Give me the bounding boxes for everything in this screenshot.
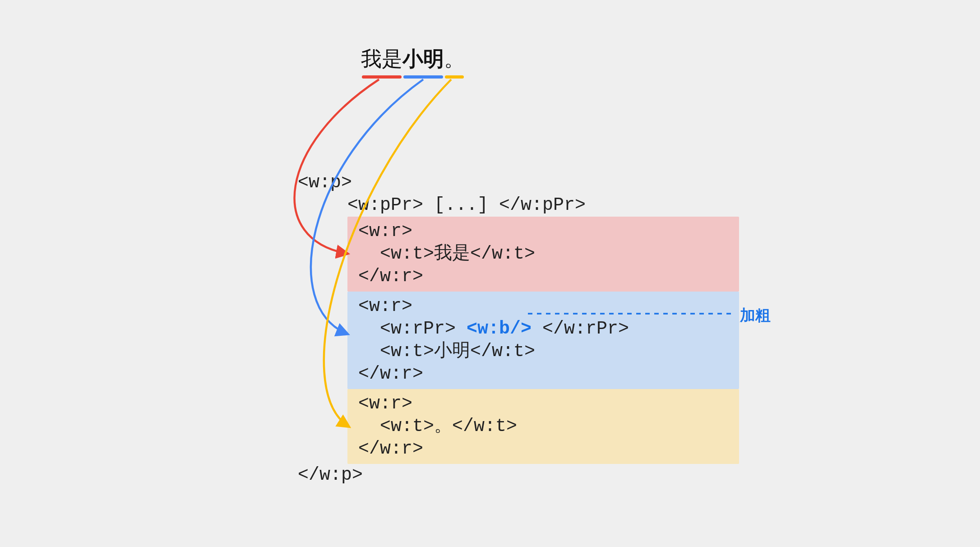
annotation-bold-label: 加粗: [740, 305, 771, 326]
code-run-2: <w:r> <w:rPr> <w:b/> </w:rPr> <w:t>小明</w…: [347, 292, 739, 389]
code-t3: <w:t>。</w:t>: [358, 415, 728, 438]
code-open-p: <w:p>: [298, 172, 739, 194]
code-bold-tag: <w:b/>: [467, 319, 532, 339]
code-t1: <w:t>我是</w:t>: [358, 243, 728, 265]
code-r-open-3: <w:r>: [358, 393, 728, 415]
diagram-stage: { "sentence": { "seg1": "我是", "seg2": "小…: [0, 0, 980, 547]
code-rpr-suffix: </w:rPr>: [532, 319, 629, 339]
code-r-close-1: </w:r>: [358, 265, 728, 288]
code-r-open-1: <w:r>: [358, 220, 728, 243]
code-r-close-2: </w:r>: [358, 363, 728, 385]
code-run-1: <w:r> <w:t>我是</w:t> </w:r>: [347, 217, 739, 292]
code-ppr: <w:pPr> [...] </w:pPr>: [347, 194, 739, 217]
code-r-close-3: </w:r>: [358, 438, 728, 460]
code-close-p: </w:p>: [298, 464, 739, 487]
sentence-segment-3: 。: [444, 45, 465, 79]
code-rpr-prefix: <w:rPr>: [358, 319, 467, 339]
sentence-segment-2: 小明: [402, 45, 444, 79]
code-rpr: <w:rPr> <w:b/> </w:rPr>: [358, 318, 728, 340]
sentence-segment-1: 我是: [361, 45, 402, 79]
xml-code: <w:p> <w:pPr> [...] </w:pPr> <w:r> <w:t>…: [298, 172, 739, 487]
code-run-3: <w:r> <w:t>。</w:t> </w:r>: [347, 389, 739, 464]
code-t2: <w:t>小明</w:t>: [358, 340, 728, 363]
example-sentence: 我是小明。: [361, 45, 465, 79]
code-r-open-2: <w:r>: [358, 295, 728, 318]
